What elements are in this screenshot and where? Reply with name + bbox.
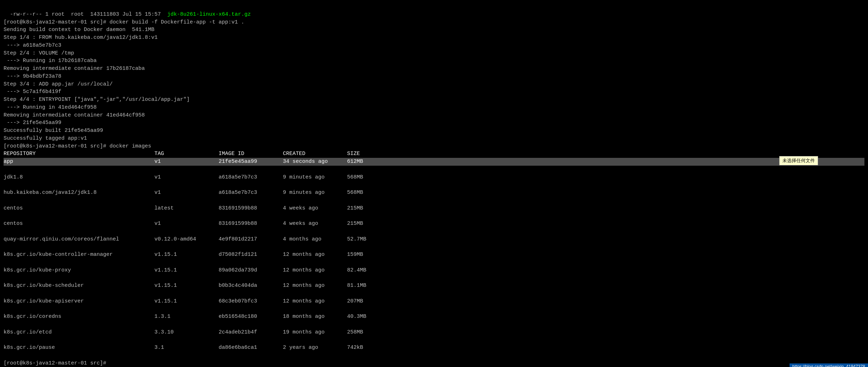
- line5: ---> a618a5e7b7c3: [4, 42, 61, 48]
- line12: Step 4/4 : ENTRYPOINT ["java","-jar","/u…: [4, 97, 190, 103]
- line17: Successfully tagged app:v1: [4, 135, 87, 141]
- line13: ---> Running in 41ed464cf958: [4, 104, 97, 110]
- terminal: -rw-r--r-- 1 root root 143111803 Jul 15 …: [0, 0, 868, 367]
- line8: Removing intermediate container 17b26187…: [4, 66, 145, 72]
- prompt-line: [root@k8s-java12-master-01 src]#: [4, 360, 109, 366]
- line10: Step 3/4 : ADD app.jar /usr/local/: [4, 81, 113, 87]
- table-row-hub-jdk18: hub.kaikeba.com/java12/jdk1.8 v1 a618a5e…: [4, 189, 864, 197]
- table-row-centos-v1: centos v1 831691599b88 4 weeks ago 215MB: [4, 220, 864, 228]
- line4: Step 1/4 : FROM hub.kaikeba.com/java12/j…: [4, 35, 158, 41]
- table-row-coredns: k8s.gcr.io/coredns 1.3.1 eb516548c180 18…: [4, 313, 864, 321]
- table-row-app: app v1 21fe5e45aa99 34 seconds ago 612MB: [4, 158, 864, 166]
- table-row-flannel: quay-mirror.qiniu.com/coreos/flannel v0.…: [4, 236, 864, 243]
- line3: Sending build context to Docker daemon 5…: [4, 27, 154, 33]
- line9: ---> 9b4bdbf23a78: [4, 73, 61, 79]
- table-row-kube-proxy: k8s.gcr.io/kube-proxy v1.15.1 89a062da73…: [4, 267, 864, 274]
- table-row-jdk18: jdk1.8 v1 a618a5e7b7c3 9 minutes ago 568…: [4, 174, 864, 181]
- line2: [root@k8s-java12-master-01 src]# docker …: [4, 19, 244, 25]
- line1: -rw-r--r-- 1 root root 143111803 Jul 15 …: [10, 11, 251, 17]
- tooltip-text: 未选择任何文件: [782, 158, 815, 163]
- status-bar-text: https://blog.csdn.net/weixin_41947378: [792, 364, 865, 367]
- table-row-kube-scheduler: k8s.gcr.io/kube-scheduler v1.15.1 b0b3c4…: [4, 282, 864, 290]
- table-row-centos-latest: centos latest 831691599b88 4 weeks ago 2…: [4, 205, 864, 212]
- table-row-etcd: k8s.gcr.io/etcd 3.3.10 2c4adeb21b4f 19 m…: [4, 329, 864, 336]
- tooltip-box: 未选择任何文件: [779, 156, 818, 165]
- line11: ---> 5c7a1f6b419f: [4, 89, 61, 95]
- line18: [root@k8s-java12-master-01 src]# docker …: [4, 143, 151, 149]
- line6: Step 2/4 : VOLUME /tmp: [4, 50, 74, 56]
- table-header: REPOSITORY TAG IMAGE ID CREATED SIZE: [4, 151, 360, 157]
- table-row-kube-apiserver: k8s.gcr.io/kube-apiserver v1.15.1 68c3eb…: [4, 298, 864, 305]
- status-bar[interactable]: https://blog.csdn.net/weixin_41947378: [790, 363, 868, 367]
- line7: ---> Running in 17b26187caba: [4, 58, 97, 64]
- table-row-pause: k8s.gcr.io/pause 3.1 da86e6ba6ca1 2 year…: [4, 344, 864, 352]
- line14: Removing intermediate container 41ed464c…: [4, 112, 145, 118]
- line15: ---> 21fe5e45aa99: [4, 120, 61, 126]
- table-row-kube-controller: k8s.gcr.io/kube-controller-manager v1.15…: [4, 251, 864, 259]
- line16: Successfully built 21fe5e45aa99: [4, 128, 103, 134]
